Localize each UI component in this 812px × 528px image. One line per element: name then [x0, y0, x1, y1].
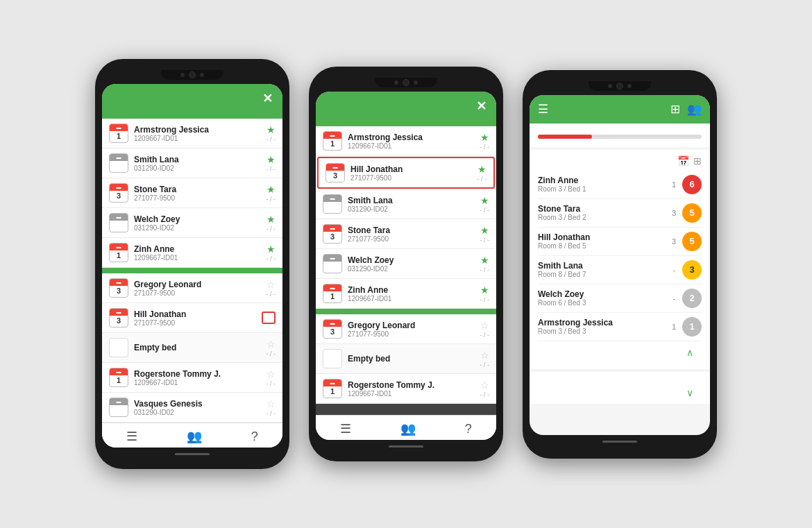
patient-score: - / - [267, 196, 276, 203]
star-icon[interactable]: ★ [480, 255, 489, 266]
star-icon-empty[interactable]: ☆ [267, 279, 276, 290]
ward-patients-list-1: ▬ 3 Gregory Leonard 271077-9500 ☆- / - ▬… [102, 273, 282, 423]
dashboard-patient-name: Smith Lana [538, 261, 666, 271]
patient-name: Gregory Leonard [348, 321, 475, 330]
patient-item[interactable]: ▬ 3 Stone Tara 271077-9500 ★- / - [316, 219, 496, 249]
ews-progress-fill [538, 135, 592, 139]
patient-item[interactable]: ▬ Smith Lana 031290-ID02 ★- / - [102, 148, 282, 178]
show-all-row[interactable]: ∨ [538, 382, 702, 404]
dashboard-patient-row[interactable]: Zinh Anne Room 3 / Bed 1 1 6 [538, 171, 702, 199]
phone-1-home-bar [102, 448, 282, 458]
patient-item[interactable]: ▬ Smith Lana 031290-ID02 ★- / - [316, 189, 496, 219]
patient-item[interactable]: ▬ 3 Hill Jonathan 271077-9500 ★- / - [317, 157, 495, 189]
patient-name: Rogerstone Tommy J. [134, 369, 261, 379]
patient-item[interactable]: ▬ 1 Zinh Anne 1209667-ID01 ★- / - [316, 279, 496, 309]
patient-item[interactable]: Empty bed ☆- / - [316, 344, 496, 374]
calendar-icon: ▬ 3 [109, 278, 128, 298]
patient-item[interactable]: ▬ Welch Zoey 031290-ID02 ★- / - [316, 249, 496, 279]
patient-item[interactable]: ▬ 1 Armstrong Jessica 1209667-ID01 ★- / … [316, 126, 496, 156]
hamburger-icon[interactable]: ☰ [538, 102, 548, 117]
patient-item[interactable]: ▬ 3 Gregory Leonard 271077-9500 ☆- / - [316, 314, 496, 344]
my-patients-list-1: ▬ 1 Armstrong Jessica 1209667-ID01 ★- / … [102, 119, 282, 268]
patient-item[interactable]: ▬ 3 Hill Jonathan 271077-9500 [102, 303, 282, 333]
dashboard-patient-row[interactable]: Hill Jonathan Room 8 / Bed 5 3 5 [538, 228, 702, 256]
cal-top: ▬ [323, 284, 341, 291]
patient-info: Empty bed [134, 343, 261, 352]
patient-info: Welch Zoey 031290-ID02 [134, 214, 261, 232]
calendar-icon: ▬ 1 [323, 379, 342, 398]
calendar-filter-icon[interactable]: 📅 [677, 155, 689, 167]
star-icon[interactable]: ★ [267, 214, 276, 225]
home-button-2[interactable] [389, 445, 423, 448]
ward-label-2 [316, 309, 496, 314]
patient-name: Zinh Anne [348, 285, 475, 295]
dashboard-patient-info: Armstrong Jessica Room 3 / Bed 3 [538, 318, 666, 335]
status-icons: 📅 ⊞ [677, 155, 702, 167]
star-box: ★- / - [267, 154, 276, 173]
patient-item[interactable]: ▬ 1 Zinh Anne 1209667-ID01 ★- / - [102, 238, 282, 268]
ews-badge: 5 [682, 203, 702, 223]
dashboard-patient-row[interactable]: Welch Zoey Room 6 / Bed 3 - 2 [538, 284, 702, 313]
dashboard-patient-name: Stone Tara [538, 204, 666, 214]
patients-nav-icon[interactable]: 👥 [187, 429, 202, 444]
chart-icon[interactable]: ⊞ [670, 102, 680, 117]
star-icon-empty[interactable]: ☆ [267, 398, 276, 409]
star-icon[interactable]: ★ [480, 225, 489, 236]
dashboard-patient-row[interactable]: Stone Tara Room 3 / Bed 2 3 5 [538, 199, 702, 228]
star-icon-empty[interactable]: ☆ [480, 350, 489, 361]
add-patient-icon[interactable] [262, 312, 276, 324]
more-row[interactable]: ∧ [538, 341, 702, 364]
star-icon-empty[interactable]: ☆ [267, 368, 276, 380]
home-button-3[interactable] [602, 441, 637, 443]
users-icon[interactable]: 👥 [687, 102, 702, 117]
patient-item[interactable]: ▬ 1 Armstrong Jessica 1209667-ID01 ★- / … [102, 119, 282, 148]
star-icon[interactable]: ★ [267, 154, 276, 165]
help-icon[interactable]: ? [251, 429, 258, 444]
scene: ✕ ▬ 1 Armstrong Jessica 1209667-ID01 ★- … [95, 59, 717, 469]
dashboard-patient-name: Armstrong Jessica [538, 318, 666, 327]
star-icon-empty[interactable]: ☆ [480, 320, 489, 331]
star-icon-empty[interactable]: ☆ [267, 339, 276, 350]
calendar-icon: ▬ [323, 194, 342, 214]
star-icon-empty[interactable]: ☆ [480, 380, 489, 391]
star-icon[interactable]: ★ [480, 195, 489, 206]
patient-item[interactable]: ▬ 1 Rogerstone Tommy J. 1209667-ID01 ☆- … [316, 374, 496, 404]
notch-dot-4 [414, 80, 418, 85]
dashboard-patient-row[interactable]: Armstrong Jessica Room 3 / Bed 3 1 1 [538, 313, 702, 341]
ward-status-section: ∨ [530, 372, 710, 404]
dashboard-patient-name: Welch Zoey [538, 289, 666, 299]
sort-icon-2[interactable]: ☰ [340, 421, 351, 436]
patient-name: Empty bed [134, 343, 261, 352]
star-icon[interactable]: ★ [480, 284, 489, 296]
dashboard-patient-num: 1 [670, 180, 678, 189]
patient-item[interactable]: Empty bed ☆- / - [102, 333, 282, 363]
patient-item[interactable]: ▬ Welch Zoey 031290-ID02 ★- / - [102, 208, 282, 238]
star-icon[interactable]: ★ [480, 132, 489, 143]
home-button-1[interactable] [175, 453, 210, 455]
patient-item[interactable]: ▬ Vasques Genesis 031290-ID02 ☆- / - [102, 393, 282, 423]
cal-num: 1 [330, 386, 335, 397]
patient-name: Armstrong Jessica [348, 133, 475, 142]
dashboard-patient-num: 3 [670, 237, 678, 246]
patient-item[interactable]: ▬ 3 Gregory Leonard 271077-9500 ☆- / - [102, 273, 282, 303]
patient-id: 1209667-ID01 [348, 295, 475, 303]
patient-info: Smith Lana 031290-ID02 [348, 196, 475, 213]
patient-info: Smith Lana 031290-ID02 [134, 155, 261, 172]
patients-nav-icon-2[interactable]: 👥 [400, 421, 416, 436]
star-icon[interactable]: ★ [267, 124, 276, 135]
help-icon-2[interactable]: ? [465, 422, 472, 436]
close-icon-2[interactable]: ✕ [476, 99, 487, 114]
patient-item[interactable]: ▬ 3 Stone Tara 271077-9500 ★- / - [102, 178, 282, 208]
patient-item[interactable]: ▬ 1 Rogerstone Tommy J. 1209667-ID01 ☆- … [102, 363, 282, 393]
sort-icon[interactable]: ☰ [126, 429, 137, 444]
cal-top: ▬ [110, 154, 128, 161]
phone-1: ✕ ▬ 1 Armstrong Jessica 1209667-ID01 ★- … [95, 59, 289, 469]
star-icon[interactable]: ★ [267, 184, 276, 195]
grid-filter-icon[interactable]: ⊞ [693, 155, 702, 167]
patient-name: Stone Tara [134, 185, 261, 194]
star-icon[interactable]: ★ [477, 164, 487, 175]
star-icon[interactable]: ★ [267, 244, 276, 255]
close-icon-1[interactable]: ✕ [262, 91, 273, 106]
patient-info: Rogerstone Tommy J. 1209667-ID01 [348, 380, 475, 398]
dashboard-patient-row[interactable]: Smith Lana Room 8 / Bed 7 - 3 [538, 256, 702, 284]
